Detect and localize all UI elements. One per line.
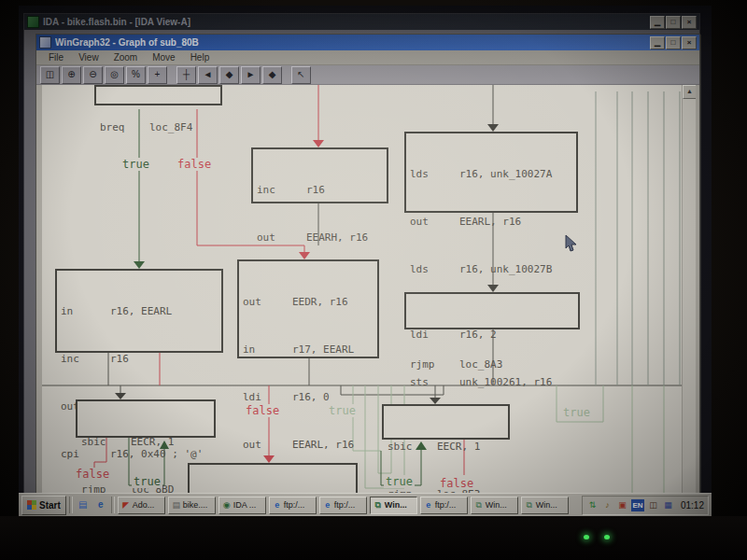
- menubar: File View Zoom Move Help: [36, 50, 699, 65]
- asm-line: ldi r16, 2: [410, 327, 574, 343]
- asm-line: breq loc_8F4: [100, 119, 217, 135]
- minimize-icon[interactable]: ▁: [650, 16, 665, 29]
- nav-last-icon[interactable]: ◆: [262, 66, 282, 84]
- ie-icon: e: [424, 500, 433, 510]
- volume-icon[interactable]: ♪: [601, 499, 613, 511]
- minimize-icon[interactable]: ▁: [650, 36, 665, 49]
- taskbar-divider: [69, 497, 73, 513]
- zoom-original-icon[interactable]: ◎: [105, 66, 124, 84]
- ida-app-icon: [27, 16, 39, 28]
- close-icon[interactable]: ×: [682, 36, 697, 49]
- ie-quicklaunch-icon[interactable]: e: [93, 497, 108, 512]
- task-button-bike[interactable]: ▤bike....: [168, 497, 216, 514]
- nav-forward-icon[interactable]: ►: [241, 66, 261, 84]
- menu-file[interactable]: File: [42, 52, 70, 63]
- menu-move[interactable]: Move: [146, 52, 181, 63]
- edge-label-true: true: [384, 475, 415, 488]
- ie-icon: e: [273, 500, 282, 510]
- nav-first-icon[interactable]: ◄: [198, 66, 218, 84]
- document-icon: ▤: [172, 500, 181, 510]
- asm-line: out EEARH, r16: [257, 230, 383, 245]
- graph-node-inc-loc900[interactable]: inc r16 out EEARH, r16 rjmp loc_900: [251, 147, 388, 203]
- start-label: Start: [39, 500, 61, 511]
- asm-line: sts unk_100261, r16: [410, 374, 574, 390]
- graph-node-out-eedr[interactable]: out EEDR, r16 in r17, EEARL ldi r16, 0 o…: [237, 259, 379, 358]
- zoom-in-icon[interactable]: ⊕: [62, 66, 81, 84]
- pointer-tool-icon[interactable]: ↖: [291, 66, 311, 84]
- asm-line: out EEARL, r16: [243, 437, 374, 453]
- printer-error-icon[interactable]: ◫: [647, 499, 659, 511]
- edge-label-false: false: [438, 477, 475, 490]
- edge-label-true: true: [132, 475, 162, 488]
- wingraph-window-title: WinGraph32 - Graph of sub_80B: [55, 37, 650, 48]
- graph-node-lds-loc8a3[interactable]: lds r16, unk_10027A out EEARL, r16 lds r…: [404, 132, 578, 213]
- tray-clock[interactable]: 01:12: [677, 500, 704, 511]
- asm-line: lds r16, unk_10027A: [410, 166, 572, 182]
- asm-line: inc r16: [61, 351, 218, 367]
- graph-node-sbic-loc8bd[interactable]: sbic EECR, 1 rjmp loc_8BD: [76, 399, 216, 438]
- task-button-ida[interactable]: ◉IDA ...: [218, 497, 266, 514]
- zoom-expand-icon[interactable]: +: [148, 66, 167, 84]
- windows-logo-icon: [27, 500, 36, 510]
- vertical-scrollbar[interactable]: ▲: [682, 85, 696, 502]
- menu-zoom[interactable]: Zoom: [107, 52, 145, 63]
- maximize-icon[interactable]: □: [666, 16, 681, 29]
- task-button-ftp-1[interactable]: eftp:/...: [269, 497, 317, 514]
- screen: IDA - bike.flash.bin - [IDA View-A] ▁ □ …: [19, 6, 712, 516]
- adobe-icon: ◤: [121, 500, 131, 510]
- photo-background: IDA - bike.flash.bin - [IDA View-A] ▁ □ …: [0, 0, 747, 560]
- scheduler-icon[interactable]: ▦: [662, 499, 674, 511]
- taskbar: Start ▤ e ◤Ado... ▤bike.... ◉IDA ... eft…: [19, 493, 712, 516]
- task-button-ftp-2[interactable]: eftp:/...: [319, 497, 367, 514]
- laptop-bezel: [0, 516, 747, 560]
- network-icon[interactable]: ⇅: [586, 499, 599, 511]
- asm-line: lds r16, unk_10027B: [410, 261, 572, 277]
- wingraph-icon: ⧉: [525, 500, 534, 510]
- wingraph-titlebar: WinGraph32 - Graph of sub_80B ▁ □ ×: [36, 35, 699, 50]
- wingraph-window: WinGraph32 - Graph of sub_80B ▁ □ × File…: [35, 34, 700, 494]
- asm-line: sbic EECR, 1: [388, 439, 504, 455]
- ie-icon: e: [323, 500, 332, 510]
- scroll-up-icon[interactable]: ▲: [683, 85, 696, 99]
- edge-label-false: false: [74, 468, 111, 481]
- graph-node-breq-loc8f4[interactable]: breq loc_8F4: [94, 85, 222, 105]
- menu-help[interactable]: Help: [184, 52, 217, 63]
- wingraph-icon: ⧉: [374, 500, 383, 510]
- system-tray: ⇅ ♪ ▣ EN ◫ ▦ 01:12: [582, 496, 709, 515]
- graph-node-in-eearl[interactable]: in r16, EEARL inc r16 out EEARL, r16 cpi…: [55, 269, 223, 353]
- toolbar: ◫ ⊕ ⊖ ◎ % + ┼ ◄ ◆ ► ◆ ↖: [36, 65, 699, 85]
- zoom-100-icon[interactable]: %: [126, 66, 146, 84]
- nav-back-icon[interactable]: ◆: [219, 66, 239, 84]
- mouse-cursor: [565, 234, 578, 253]
- show-desktop-icon[interactable]: ▤: [76, 497, 91, 512]
- language-badge[interactable]: EN: [631, 499, 644, 511]
- task-button-adobe[interactable]: ◤Ado...: [118, 497, 165, 514]
- asm-line: in r16, EEARL: [61, 303, 218, 319]
- edge-label-false: false: [176, 158, 213, 171]
- menu-view[interactable]: View: [72, 52, 106, 63]
- wingraph-icon: ⧉: [474, 500, 484, 510]
- task-button-wingraph-3[interactable]: ⧉Win...: [521, 497, 569, 514]
- zoom-out-icon[interactable]: ⊖: [83, 66, 103, 84]
- task-button-ftp-3[interactable]: eftp:/...: [420, 497, 468, 514]
- asm-line: sbic EECR, 1: [81, 434, 210, 450]
- asm-line: inc r16: [257, 182, 383, 198]
- task-button-wingraph-active[interactable]: ⧉Win...: [370, 497, 417, 514]
- asm-line: out EEDR, r16: [243, 294, 374, 310]
- maximize-icon[interactable]: □: [666, 36, 681, 49]
- start-button[interactable]: Start: [21, 496, 66, 515]
- ida-icon: ◉: [222, 500, 232, 510]
- asm-line: out EEARL, r16: [410, 214, 572, 230]
- display-icon[interactable]: ▣: [616, 499, 628, 511]
- ida-window-title: IDA - bike.flash.bin - [IDA View-A]: [43, 17, 650, 27]
- print-icon[interactable]: ◫: [40, 66, 60, 84]
- edge-label-true: true: [120, 158, 151, 171]
- status-led: [604, 535, 610, 539]
- close-icon[interactable]: ×: [682, 16, 697, 29]
- taskbar-divider: [111, 497, 115, 513]
- graph-canvas[interactable]: breq loc_8F4 inc r16 out EEARH, r16 rjmp…: [42, 85, 696, 502]
- graph-node-sbic-loc8e3[interactable]: sbic EECR, 1 rjmp loc_8E3: [382, 404, 510, 440]
- task-button-wingraph-2[interactable]: ⧉Win...: [471, 497, 518, 514]
- graph-node-ldi-sts[interactable]: ldi r16, 2 sts unk_100261, r16: [404, 292, 580, 329]
- fit-window-icon[interactable]: ┼: [176, 66, 196, 84]
